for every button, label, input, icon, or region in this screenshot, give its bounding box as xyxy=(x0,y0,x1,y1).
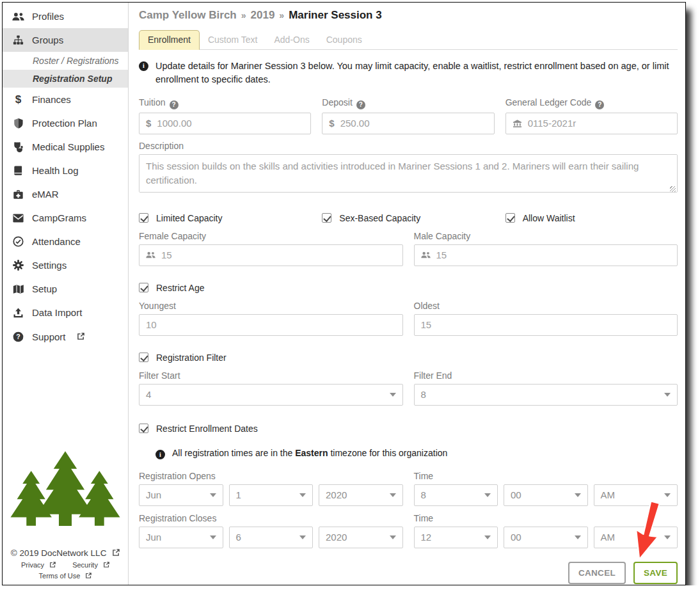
external-link-icon[interactable] xyxy=(113,548,120,558)
tuition-input[interactable] xyxy=(157,118,304,129)
main-content: Camp Yellow Birch»2019»Mariner Session 3… xyxy=(129,3,685,585)
chevron-down-icon xyxy=(299,536,306,539)
breadcrumb: Camp Yellow Birch»2019»Mariner Session 3 xyxy=(139,9,678,22)
sidebar-item-setup[interactable]: Setup xyxy=(3,277,128,301)
female-capacity-field: Female Capacity xyxy=(139,231,403,266)
opens-year-select[interactable]: 2020 xyxy=(319,484,403,506)
opens-minute-select[interactable]: 00 xyxy=(504,484,588,506)
sex-based-capacity-checkbox[interactable]: Sex-Based Capacity xyxy=(322,213,494,223)
sidebar-item-profiles[interactable]: Profiles xyxy=(3,4,128,28)
filter-start-select[interactable]: 4 xyxy=(139,384,403,406)
youngest-field: Youngest xyxy=(139,301,403,336)
sidebar-subitem-registration-setup[interactable]: Registration Setup xyxy=(3,70,128,88)
sidebar-item-emar[interactable]: eMAR xyxy=(3,182,128,206)
restrict-enrollment-dates-checkbox[interactable]: Restrict Enrollment Dates xyxy=(139,424,258,434)
tab-custom-text[interactable]: Custom Text xyxy=(200,31,266,49)
external-link-icon xyxy=(104,561,109,569)
users-icon xyxy=(146,251,155,259)
opens-hour-select[interactable]: 8 xyxy=(414,484,498,506)
sidebar-item-settings[interactable]: Settings xyxy=(3,253,128,277)
help-icon[interactable]: ? xyxy=(356,100,365,109)
tab-enrollment[interactable]: Enrollment xyxy=(139,30,200,50)
closes-hour-select[interactable]: 12 xyxy=(414,527,498,548)
deposit-field: Deposit? $ xyxy=(322,97,494,134)
sidebar-item-attendance[interactable]: Attendance xyxy=(3,230,128,253)
opens-time-label: Time xyxy=(414,471,678,481)
checkbox-icon[interactable] xyxy=(139,353,148,362)
registration-filter-checkbox[interactable]: Registration Filter xyxy=(139,353,227,363)
sidebar-item-label: Setup xyxy=(32,283,57,294)
tab-coupons[interactable]: Coupons xyxy=(318,31,370,49)
security-link[interactable]: Security xyxy=(72,561,109,569)
youngest-input[interactable] xyxy=(146,319,396,330)
dollar-icon: $ xyxy=(329,118,334,129)
closes-minute-select[interactable]: 00 xyxy=(504,527,588,548)
description-label: Description xyxy=(139,141,678,151)
closes-year-select[interactable]: 2020 xyxy=(319,527,403,548)
restrict-age-checkbox[interactable]: Restrict Age xyxy=(139,283,204,293)
shield-icon xyxy=(12,118,24,129)
checkbox-icon[interactable] xyxy=(505,213,515,223)
tuition-label: Tuition? xyxy=(139,97,311,109)
closes-month-select[interactable]: Jun xyxy=(139,527,223,548)
sidebar-item-label: Finances xyxy=(32,94,71,105)
users-icon xyxy=(12,11,24,22)
sidebar-footer: © 2019 DocNetwork LLC Privacy Security T… xyxy=(3,442,128,585)
sidebar-item-label: eMAR xyxy=(32,189,59,200)
resize-handle[interactable] xyxy=(670,186,676,192)
description-textarea[interactable]: This session builds on the skills and ac… xyxy=(139,154,678,193)
breadcrumb-separator: » xyxy=(274,10,289,20)
registration-opens-label: Registration Opens xyxy=(139,471,403,481)
ledger-input[interactable] xyxy=(528,118,671,129)
ledger-field: General Ledger Code? xyxy=(505,97,678,134)
deposit-input[interactable] xyxy=(340,118,488,129)
breadcrumb-year[interactable]: 2019 xyxy=(251,9,275,21)
info-icon: i xyxy=(139,61,148,71)
oldest-field: Oldest xyxy=(414,301,678,336)
opens-day-select[interactable]: 1 xyxy=(229,484,314,506)
allow-waitlist-checkbox[interactable]: Allow Waitlist xyxy=(505,213,678,223)
help-icon[interactable]: ? xyxy=(595,100,604,109)
privacy-link[interactable]: Privacy xyxy=(21,561,56,569)
sidebar-item-finances[interactable]: $ Finances xyxy=(3,88,128,111)
sidebar-item-campgrams[interactable]: CampGrams xyxy=(3,206,128,230)
checkbox-icon[interactable] xyxy=(139,213,148,223)
cancel-button[interactable]: CANCEL xyxy=(568,562,626,584)
tab-bar: Enrollment Custom Text Add-Ons Coupons xyxy=(139,30,678,50)
external-link-icon xyxy=(77,331,84,342)
closes-meridiem-select[interactable]: AM xyxy=(594,527,678,548)
opens-month-select[interactable]: Jun xyxy=(139,484,223,506)
sidebar-item-groups[interactable]: Groups xyxy=(3,28,128,52)
female-capacity-input[interactable] xyxy=(161,250,396,260)
opens-meridiem-select[interactable]: AM xyxy=(594,484,678,506)
oldest-input[interactable] xyxy=(421,319,671,330)
external-link-icon xyxy=(50,561,56,569)
breadcrumb-separator: » xyxy=(237,10,251,20)
filter-start-label: Filter Start xyxy=(139,370,403,381)
sidebar-item-health-log[interactable]: Health Log xyxy=(3,159,128,182)
sidebar-item-medical-supplies[interactable]: Medical Supplies xyxy=(3,135,128,159)
limited-capacity-checkbox[interactable]: Limited Capacity xyxy=(139,213,311,223)
sidebar-item-protection-plan[interactable]: Protection Plan xyxy=(3,111,128,135)
chevron-down-icon xyxy=(299,493,306,497)
closes-time-label: Time xyxy=(414,513,678,523)
upload-icon xyxy=(12,307,24,318)
tab-add-ons[interactable]: Add-Ons xyxy=(266,31,317,49)
chevron-down-icon xyxy=(664,393,671,397)
sidebar-item-data-import[interactable]: Data Import xyxy=(3,301,128,324)
terms-link[interactable]: Terms of Use xyxy=(3,572,128,580)
checkbox-icon[interactable] xyxy=(322,213,331,223)
chevron-down-icon xyxy=(484,536,491,539)
sidebar-item-support[interactable]: ? Support xyxy=(3,324,128,349)
filter-end-select[interactable]: 8 xyxy=(414,384,678,406)
help-icon[interactable]: ? xyxy=(170,100,179,109)
closes-day-select[interactable]: 6 xyxy=(229,527,314,548)
save-button[interactable]: SAVE xyxy=(633,562,678,584)
ledger-label: General Ledger Code? xyxy=(505,97,678,109)
sidebar-subitem-roster-registrations[interactable]: Roster / Registrations xyxy=(3,52,128,70)
info-alert: i Update details for Mariner Session 3 b… xyxy=(139,60,678,86)
male-capacity-input[interactable] xyxy=(436,250,671,260)
checkbox-icon[interactable] xyxy=(139,283,148,292)
breadcrumb-org[interactable]: Camp Yellow Birch xyxy=(139,9,237,21)
checkbox-icon[interactable] xyxy=(139,424,148,433)
